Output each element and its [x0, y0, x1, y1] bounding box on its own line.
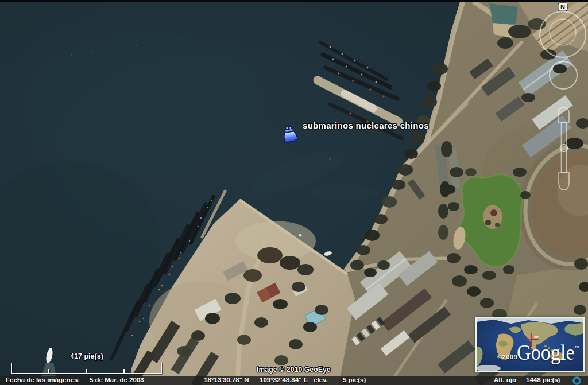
google-earth-viewport: submarinos nucleares chinos 417 pie(s) I… [0, 0, 588, 385]
eye-altitude-value: 1448 pie(s) [526, 376, 560, 383]
longitude-value: 109°32'48.84" E [260, 376, 308, 383]
placemark-submarines[interactable]: submarinos nucleares chinos [280, 125, 475, 147]
north-label: N [560, 3, 565, 10]
google-trademark: ™ [575, 345, 579, 351]
elevation-label: elev. [314, 376, 328, 383]
pan-joystick-ring[interactable] [550, 61, 577, 89]
zoom-slider[interactable] [559, 107, 569, 190]
eye-altitude-label: Alt. ojo [494, 376, 516, 383]
elevation-value: 5 pie(s) [343, 376, 366, 383]
zoom-in-button[interactable] [559, 107, 569, 123]
ship-icon[interactable] [280, 125, 300, 146]
placemark-label[interactable]: submarinos nucleares chinos [303, 120, 429, 130]
latitude-value: 18°13'30.78" N [204, 376, 249, 383]
north-button[interactable]: N [558, 3, 567, 11]
zoom-out-button[interactable] [559, 173, 569, 190]
status-bar: Fecha de las imágenes: 5 de Mar. de 2003… [0, 376, 588, 385]
overview-map-copyright: ©2009 [497, 353, 517, 360]
google-logo: Google™ [517, 341, 579, 363]
google-logo-text: Google [517, 340, 575, 364]
imagery-date-value: 5 de Mar. de 2003 [90, 376, 144, 383]
navigation-controls: N [528, 0, 588, 198]
imagery-date-label: Fecha de las imágenes: [6, 376, 80, 383]
zoom-slider-knob[interactable] [560, 145, 568, 152]
streaming-indicator-icon [572, 376, 581, 385]
scale-bar-ruler [3, 344, 170, 376]
look-joystick-ring[interactable] [540, 11, 586, 57]
scale-bar: 417 pie(s) [3, 344, 170, 376]
overview-map[interactable]: ©2009 Google™ [475, 317, 585, 372]
imagery-edge-strip [0, 0, 588, 2]
imagery-credit: Image © 2010 GeoEye [257, 365, 331, 374]
